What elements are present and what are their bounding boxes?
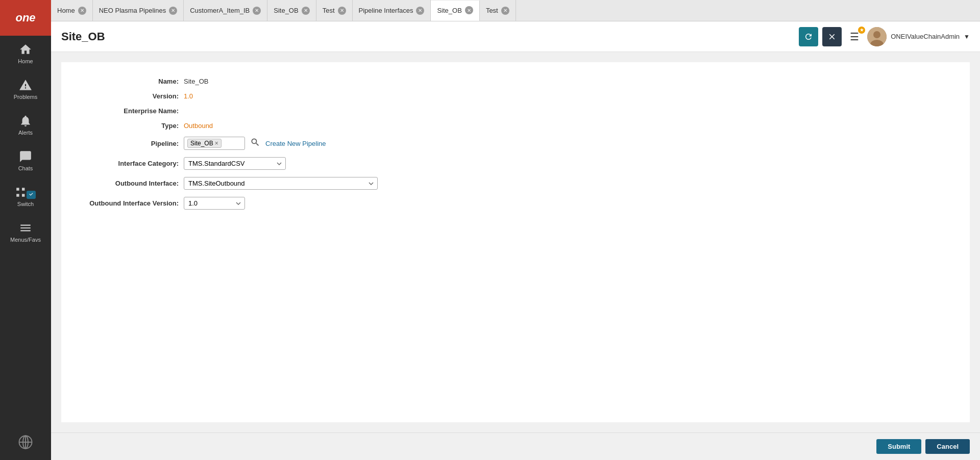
search-icon: [250, 137, 260, 147]
sidebar-nav: Home Problems Alerts Chats: [0, 36, 51, 429]
form-row-enterprise: Enterprise Name:: [82, 107, 949, 115]
outbound-version-select[interactable]: 1.0 1.1 2.0: [184, 197, 245, 210]
tab-home[interactable]: Home ✕: [51, 0, 93, 21]
refresh-icon: [804, 32, 813, 41]
bell-icon: [19, 114, 32, 127]
tab-site-ob2[interactable]: Site_OB ✕: [431, 1, 479, 21]
user-dropdown-arrow: ▼: [964, 33, 970, 40]
tab-home-label: Home: [57, 7, 75, 14]
tab-neo-label: NEO Plasma Pipelines: [99, 7, 166, 14]
user-menu[interactable]: ONEIValueChainAdmin ▼: [867, 27, 970, 46]
page-title: Site_OB: [61, 30, 799, 43]
outbound-interface-label: Outbound Interface:: [82, 180, 184, 187]
svg-point-5: [873, 31, 880, 38]
version-label: Version:: [82, 92, 184, 100]
notification-star: ★: [860, 27, 864, 33]
pipeline-tag: Site_OB ×: [187, 139, 222, 148]
submit-button[interactable]: Submit: [876, 439, 921, 454]
type-value: Outbound: [184, 122, 213, 130]
avatar-image: [867, 27, 887, 46]
sidebar: one Home Problems Alerts: [0, 0, 51, 460]
tab-customerA[interactable]: CustomerA_Item_IB ✕: [184, 0, 267, 21]
page-header: Site_OB ☰ ★: [51, 21, 980, 52]
pipeline-tag-text: Site_OB: [190, 140, 213, 147]
tab-home-close[interactable]: ✕: [78, 7, 86, 15]
menu-icon: [19, 221, 32, 235]
sidebar-item-home-label: Home: [18, 58, 33, 64]
enterprise-name-label: Enterprise Name:: [82, 107, 184, 115]
pipeline-tag-remove[interactable]: ×: [215, 140, 218, 147]
pipeline-search-button[interactable]: [249, 137, 261, 150]
sidebar-item-problems[interactable]: Problems: [0, 71, 51, 107]
pipeline-tag-input[interactable]: Site_OB ×: [184, 137, 245, 150]
content-footer: Submit Cancel: [51, 432, 980, 460]
logo-text: one: [15, 11, 35, 24]
tab-pipeline-interfaces[interactable]: Pipeline Interfaces ✕: [353, 0, 431, 21]
interface-cat-label: Interface Category:: [82, 160, 184, 167]
tab-site-ob1-label: Site_OB: [274, 7, 298, 14]
sidebar-item-alerts[interactable]: Alerts: [0, 107, 51, 143]
form-row-name: Name: Site_OB: [82, 78, 949, 85]
form-row-pipeline: Pipeline: Site_OB × Create New Pipeline: [82, 137, 949, 150]
name-value: Site_OB: [184, 78, 208, 85]
tab-site-ob1-close[interactable]: ✕: [302, 7, 310, 15]
tab-site-ob2-label: Site_OB: [437, 7, 461, 14]
refresh-button[interactable]: [799, 27, 818, 46]
close-button[interactable]: [822, 27, 842, 46]
form-row-version: Version: 1.0: [82, 92, 949, 100]
content-card: Name: Site_OB Version: 1.0 Enterprise Na…: [61, 62, 970, 422]
sidebar-item-switch-label: Switch: [17, 201, 34, 207]
form-row-type: Type: Outbound: [82, 122, 949, 130]
name-label: Name:: [82, 78, 184, 85]
tab-neo[interactable]: NEO Plasma Pipelines ✕: [93, 0, 184, 21]
content-area: Name: Site_OB Version: 1.0 Enterprise Na…: [51, 52, 980, 460]
cancel-button[interactable]: Cancel: [925, 439, 970, 454]
tab-pipeline-interfaces-label: Pipeline Interfaces: [359, 7, 413, 14]
sidebar-item-chats-label: Chats: [18, 165, 33, 171]
tab-test2-close[interactable]: ✕: [501, 7, 509, 15]
sidebar-item-switch[interactable]: Switch: [0, 178, 51, 214]
notification-dot: ★: [858, 27, 865, 34]
tab-pipeline-interfaces-close[interactable]: ✕: [416, 7, 424, 15]
app-logo[interactable]: one: [0, 0, 51, 36]
sidebar-item-menus-label: Menus/Favs: [10, 237, 41, 243]
version-value: 1.0: [184, 92, 193, 100]
tab-site-ob2-close[interactable]: ✕: [465, 6, 473, 14]
sidebar-bottom-settings[interactable]: [0, 429, 51, 455]
outbound-version-label: Outbound Interface Version:: [82, 199, 184, 207]
avatar: [867, 27, 887, 46]
outbound-interface-select[interactable]: TMS.SiteOutbound TMS.SiteInbound: [184, 177, 378, 190]
tab-neo-close[interactable]: ✕: [169, 7, 177, 15]
sidebar-item-menus[interactable]: Menus/Favs: [0, 214, 51, 250]
tab-bar: Home ✕ NEO Plasma Pipelines ✕ CustomerA_…: [51, 0, 980, 21]
sidebar-item-alerts-label: Alerts: [18, 130, 33, 136]
form-row-outbound-interface: Outbound Interface: TMS.SiteOutbound TMS…: [82, 177, 949, 190]
tab-test1-close[interactable]: ✕: [338, 7, 346, 15]
type-label: Type:: [82, 122, 184, 130]
header-actions: ☰ ★ ONEIValueChainAdmin ▼: [799, 27, 970, 46]
username-label: ONEIValueChainAdmin: [891, 33, 960, 40]
switch-icon-group: [15, 186, 36, 199]
interface-cat-select[interactable]: TMS.StandardCSV TMS.CSV TMS.XML: [184, 157, 286, 170]
form-row-interface-cat: Interface Category: TMS.StandardCSV TMS.…: [82, 157, 949, 170]
switch-badge-icon: [27, 191, 36, 199]
home-icon: [19, 43, 32, 56]
form-row-outbound-version: Outbound Interface Version: 1.0 1.1 2.0: [82, 197, 949, 210]
tab-test2[interactable]: Test ✕: [480, 0, 516, 21]
chat-icon: [19, 150, 32, 163]
pipeline-label: Pipeline:: [82, 140, 184, 147]
tab-test1-label: Test: [323, 7, 335, 14]
close-icon: [827, 32, 837, 41]
tab-test2-label: Test: [486, 7, 498, 14]
tab-test1[interactable]: Test ✕: [316, 0, 353, 21]
warning-icon: [19, 79, 32, 92]
sidebar-item-home[interactable]: Home: [0, 36, 51, 71]
tab-site-ob1[interactable]: Site_OB ✕: [267, 0, 316, 21]
create-new-pipeline-link[interactable]: Create New Pipeline: [265, 140, 326, 147]
globe-icon: [18, 435, 33, 450]
notification-wrapper: ☰ ★: [846, 29, 863, 45]
sidebar-item-chats[interactable]: Chats: [0, 143, 51, 178]
sidebar-bottom: [0, 429, 51, 460]
tab-customerA-close[interactable]: ✕: [253, 7, 261, 15]
main-area: Home ✕ NEO Plasma Pipelines ✕ CustomerA_…: [51, 0, 980, 460]
